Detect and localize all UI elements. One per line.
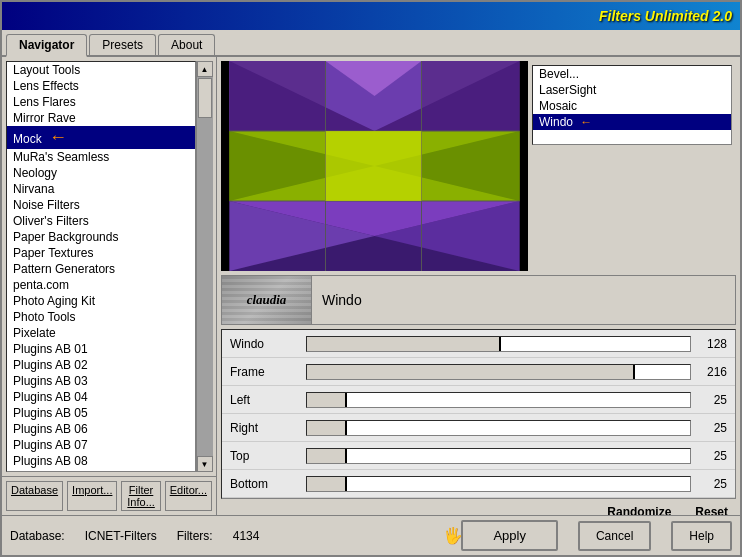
filters-label: Filters: (177, 529, 213, 543)
list-item[interactable]: Noise Filters (7, 197, 195, 213)
help-button[interactable]: Help (671, 521, 732, 551)
param-slider[interactable] (306, 392, 691, 408)
list-item[interactable]: Plugins AB 03 (7, 373, 195, 389)
submenu-item-windo[interactable]: Windo ← (533, 114, 731, 130)
param-value: 25 (695, 421, 735, 435)
preview-area (221, 61, 528, 271)
param-value: 25 (695, 393, 735, 407)
param-label: Top (222, 449, 302, 463)
tab-bar: Navigator Presets About (2, 30, 740, 57)
database-label: Database: (10, 529, 65, 543)
left-panel: Layout Tools Lens Effects Lens Flares Mi… (2, 57, 217, 515)
tab-navigator[interactable]: Navigator (6, 34, 87, 57)
slider-marker (633, 365, 635, 379)
param-label: Right (222, 421, 302, 435)
param-label: Windo (222, 337, 302, 351)
list-item[interactable]: penta.com (7, 277, 195, 293)
param-label: Frame (222, 365, 302, 379)
param-value: 216 (695, 365, 735, 379)
filter-title: Windo (312, 292, 735, 308)
filter-list[interactable]: Layout Tools Lens Effects Lens Flares Mi… (6, 61, 196, 472)
list-item[interactable]: Paper Textures (7, 245, 195, 261)
slider-marker (499, 337, 501, 351)
tab-presets[interactable]: Presets (89, 34, 156, 55)
list-item-mock[interactable]: Mock ← (7, 126, 195, 149)
param-label: Left (222, 393, 302, 407)
list-item[interactable]: Oliver's Filters (7, 213, 195, 229)
param-slider[interactable] (306, 336, 691, 352)
slider-fill (307, 449, 345, 463)
app-title: Filters Unlimited 2.0 (599, 8, 732, 24)
editor-button[interactable]: Editor... (165, 481, 212, 511)
param-slider[interactable] (306, 448, 691, 464)
list-item[interactable]: Plugins AB 06 (7, 421, 195, 437)
slider-marker (345, 393, 347, 407)
param-slider[interactable] (306, 364, 691, 380)
list-item[interactable]: Layout Tools (7, 62, 195, 78)
filters-value: 4134 (233, 529, 260, 543)
scroll-track[interactable] (197, 77, 213, 456)
scroll-down[interactable]: ▼ (197, 456, 213, 472)
cancel-button[interactable]: Cancel (578, 521, 651, 551)
scroll-up[interactable]: ▲ (197, 61, 213, 77)
content-area: Layout Tools Lens Effects Lens Flares Mi… (2, 57, 740, 515)
list-item[interactable]: Photo Aging Kit (7, 293, 195, 309)
list-item[interactable]: Lens Flares (7, 94, 195, 110)
svg-marker-19 (326, 131, 422, 201)
list-item[interactable]: Pixelate (7, 325, 195, 341)
list-item[interactable]: Mirror Rave (7, 110, 195, 126)
param-slider[interactable] (306, 420, 691, 436)
list-item[interactable]: Plugins AB 08 (7, 453, 195, 469)
list-item[interactable]: Lens Effects (7, 78, 195, 94)
apply-button[interactable]: Apply (461, 520, 558, 551)
import-button[interactable]: Import... (67, 481, 117, 511)
database-value: ICNET-Filters (85, 529, 157, 543)
list-item[interactable]: Pattern Generators (7, 261, 195, 277)
param-row-right: Right 25 (222, 414, 735, 442)
preview-canvas (221, 61, 528, 271)
submenu-list[interactable]: Bevel... LaserSight Mosaic Windo ← (532, 65, 732, 145)
param-row-windo: Windo 128 (222, 330, 735, 358)
randomize-button[interactable]: Randomize (599, 503, 679, 515)
reset-button[interactable]: Reset (687, 503, 736, 515)
param-row-left: Left 25 (222, 386, 735, 414)
slider-fill (307, 365, 633, 379)
database-button[interactable]: Database (6, 481, 63, 511)
list-item[interactable]: Paper Backgrounds (7, 229, 195, 245)
filter-name-bar: claudia Windo (221, 275, 736, 325)
submenu-item[interactable]: LaserSight (533, 82, 731, 98)
slider-marker (345, 477, 347, 491)
list-item[interactable]: Plugins AB 07 (7, 437, 195, 453)
param-value: 25 (695, 449, 735, 463)
submenu-panel: Bevel... LaserSight Mosaic Windo ← (532, 61, 736, 271)
scrollbar[interactable]: ▲ ▼ (196, 61, 212, 472)
tab-about[interactable]: About (158, 34, 215, 55)
list-item[interactable]: Neology (7, 165, 195, 181)
param-value: 25 (695, 477, 735, 491)
list-item[interactable]: Nirvana (7, 181, 195, 197)
right-panel: Bevel... LaserSight Mosaic Windo ← claud… (217, 57, 740, 515)
submenu-item[interactable]: Bevel... (533, 66, 731, 82)
submenu-item[interactable]: Mosaic (533, 98, 731, 114)
left-toolbar: Database Import... Filter Info... Editor… (2, 476, 216, 515)
list-item[interactable]: Plugins AB 04 (7, 389, 195, 405)
list-item[interactable]: Plugins AB 05 (7, 405, 195, 421)
list-item[interactable]: Photo Tools (7, 309, 195, 325)
list-item[interactable]: Plugins AB 02 (7, 357, 195, 373)
list-item[interactable]: MuRa's Seamless (7, 149, 195, 165)
slider-fill (307, 421, 345, 435)
param-row-frame: Frame 216 (222, 358, 735, 386)
list-item[interactable]: Plugins AB 01 (7, 341, 195, 357)
params-area: Windo 128 Frame 216 Left (221, 329, 736, 499)
param-slider[interactable] (306, 476, 691, 492)
filter-info-button[interactable]: Filter Info... (121, 481, 160, 511)
title-bar: Filters Unlimited 2.0 (2, 2, 740, 30)
slider-fill (307, 477, 345, 491)
scroll-thumb[interactable] (198, 78, 212, 118)
param-label: Bottom (222, 477, 302, 491)
status-bar: Database: ICNET-Filters Filters: 4134 Ap… (2, 515, 740, 555)
slider-fill (307, 393, 345, 407)
right-toolbar: Randomize Reset (221, 499, 736, 515)
top-right-area: Bevel... LaserSight Mosaic Windo ← (221, 61, 736, 271)
param-row-bottom: Bottom 25 (222, 470, 735, 498)
